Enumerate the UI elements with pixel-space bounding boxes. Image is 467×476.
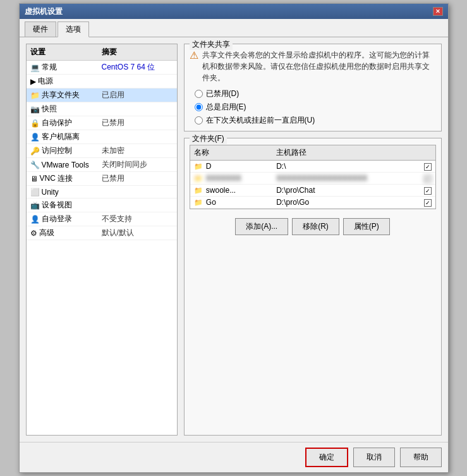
folder-row-go[interactable]: 📁 Go D:\pro\Go ✓ <box>190 197 435 209</box>
access-control-icon: 🔑 <box>30 147 40 156</box>
setting-name-advanced: ⚙ 高级 <box>30 228 102 238</box>
folder-row-blurred[interactable]: 📁 XXXXXXX XXXXXXXXXXXXXXXXXX ✓ <box>190 173 435 185</box>
settings-header: 设置 摘要 <box>27 44 177 61</box>
device-view-icon: 📺 <box>30 201 40 210</box>
close-button[interactable]: ✕ <box>433 7 443 16</box>
folder-check-go[interactable]: ✓ <box>420 197 435 209</box>
folder-check-blurred[interactable]: ✓ <box>420 173 435 185</box>
checkbox-blurred[interactable]: ✓ <box>424 175 432 183</box>
vmware-tools-icon: 🔧 <box>30 161 40 169</box>
setting-name-device-view: 📺 设备视图 <box>30 200 102 211</box>
setting-name-power: ▶ 电源 <box>30 76 102 87</box>
checkbox-d[interactable]: ✓ <box>424 163 432 171</box>
warning-row: ⚠ 共享文件夹会将您的文件显示给虚拟机中的程序。这可能为您的计算机和数据带来风险… <box>190 49 436 83</box>
folder-path-go: D:\pro\Go <box>272 197 420 209</box>
guest-isolation-icon: 👤 <box>30 133 40 142</box>
folder-sharing-group: 文件夹共享 ⚠ 共享文件夹会将您的文件显示给虚拟机中的程序。这可能为您的计算机和… <box>184 44 442 131</box>
setting-row-power[interactable]: ▶ 电源 <box>27 75 177 88</box>
setting-row-snapshot[interactable]: 📷 快照 <box>27 102 177 116</box>
unity-icon: ⬜ <box>30 188 40 197</box>
folders-label: 文件夹(F) <box>190 133 227 144</box>
folder-path-swoole: D:\pro\Chat <box>272 185 420 197</box>
general-icon: 💻 <box>30 63 40 72</box>
setting-row-device-view[interactable]: 📺 设备视图 <box>27 198 177 212</box>
folder-path-d: D:\ <box>272 161 420 173</box>
right-panel: 文件夹共享 ⚠ 共享文件夹会将您的文件显示给虚拟机中的程序。这可能为您的计算机和… <box>184 44 442 436</box>
folder-row-swoole[interactable]: 📁 swoole... D:\pro\Chat ✓ <box>190 185 435 197</box>
tab-options[interactable]: 选项 <box>58 21 89 37</box>
autoprotect-icon: 🔒 <box>30 119 40 128</box>
folder-path-blurred: XXXXXXXXXXXXXXXXXX <box>272 173 420 185</box>
properties-button[interactable]: 属性(P) <box>343 218 390 235</box>
remove-button[interactable]: 移除(R) <box>292 218 339 235</box>
confirm-button[interactable]: 确定 <box>305 448 348 467</box>
folder-check-d[interactable]: ✓ <box>420 161 435 173</box>
setting-row-unity[interactable]: ⬜ Unity <box>27 186 177 198</box>
radio-until-shutdown[interactable]: 在下次关机或挂起前一直启用(U) <box>195 115 436 126</box>
setting-row-vnc[interactable]: 🖥 VNC 连接 已禁用 <box>27 172 177 186</box>
setting-row-advanced[interactable]: ⚙ 高级 默认/默认 <box>27 226 177 240</box>
setting-name-autologin: 👤 自动登录 <box>30 214 102 224</box>
checkbox-swoole[interactable]: ✓ <box>424 187 432 195</box>
radio-disabled-input[interactable] <box>195 90 203 98</box>
warning-icon: ⚠ <box>190 49 198 61</box>
folder-name-swoole: 📁 swoole... <box>190 185 273 197</box>
folder-table: 名称 主机路径 📁 D <box>190 145 435 209</box>
setting-row-autoprotect[interactable]: 🔒 自动保护 已禁用 <box>27 116 177 130</box>
checkbox-go[interactable]: ✓ <box>424 199 432 207</box>
folder-icon-swoole: 📁 <box>194 186 203 194</box>
radio-always-enabled-input[interactable] <box>195 103 203 111</box>
power-icon: ▶ <box>30 77 36 86</box>
setting-name-vnc: 🖥 VNC 连接 <box>30 173 102 184</box>
radio-always-enabled[interactable]: 总是启用(E) <box>195 102 436 113</box>
folder-row-d[interactable]: 📁 D D:\ ✓ <box>190 161 435 173</box>
settings-list: 设置 摘要 💻 常规 CentOS 7 64 位 ▶ 电源 <box>26 44 178 436</box>
main-content: 设置 摘要 💻 常规 CentOS 7 64 位 ▶ 电源 <box>20 37 448 442</box>
setting-row-guest-isolation[interactable]: 👤 客户机隔离 <box>27 130 177 144</box>
folder-path-header: 主机路径 <box>272 145 420 161</box>
setting-name-general: 💻 常规 <box>30 62 102 73</box>
setting-name-guest-isolation: 👤 客户机隔离 <box>30 131 102 142</box>
help-button[interactable]: 帮助 <box>400 448 442 467</box>
folder-icon-d: 📁 <box>194 162 203 170</box>
bottom-bar: 确定 取消 帮助 <box>20 442 448 472</box>
setting-row-access-control[interactable]: 🔑 访问控制 未加密 <box>27 144 177 158</box>
setting-value-access-control: 未加密 <box>102 145 173 156</box>
setting-name-vmware-tools: 🔧 VMware Tools <box>30 161 102 169</box>
settings-col-header: 设置 <box>30 47 102 58</box>
tab-hardware[interactable]: 硬件 <box>25 21 56 37</box>
radio-disabled[interactable]: 已禁用(D) <box>195 88 436 99</box>
folder-sharing-label: 文件夹共享 <box>190 39 233 50</box>
setting-value-advanced: 默认/默认 <box>102 228 173 238</box>
radio-until-shutdown-input[interactable] <box>195 116 203 125</box>
setting-row-general[interactable]: 💻 常规 CentOS 7 64 位 <box>27 61 177 75</box>
setting-name-unity: ⬜ Unity <box>30 188 102 197</box>
snapshot-icon: 📷 <box>30 105 40 114</box>
folder-icon-blurred: 📁 <box>194 174 203 182</box>
folder-check-swoole[interactable]: ✓ <box>420 185 435 197</box>
folder-check-header <box>420 145 435 161</box>
vnc-icon: 🖥 <box>30 174 38 183</box>
setting-value-general: CentOS 7 64 位 <box>102 62 173 73</box>
main-window: 虚拟机设置 ✕ 硬件 选项 设置 摘要 💻 常规 CentOS 7 64 位 <box>19 3 449 473</box>
setting-row-autologin[interactable]: 👤 自动登录 不受支持 <box>27 212 177 226</box>
folder-buttons: 添加(A)... 移除(R) 属性(P) <box>185 214 441 239</box>
cancel-button[interactable]: 取消 <box>353 448 395 467</box>
setting-row-shared-folders[interactable]: 📁 共享文件夹 已启用 <box>27 88 177 102</box>
folders-group: 文件夹(F) 名称 主机路径 <box>184 138 442 436</box>
setting-value-autologin: 不受支持 <box>102 214 173 224</box>
advanced-icon: ⚙ <box>30 229 37 238</box>
window-title: 虚拟机设置 <box>25 6 63 17</box>
add-button[interactable]: 添加(A)... <box>235 218 288 235</box>
setting-row-vmware-tools[interactable]: 🔧 VMware Tools 关闭时间同步 <box>27 158 177 172</box>
setting-value-autoprotect: 已禁用 <box>102 118 173 128</box>
folder-icon-go: 📁 <box>194 198 203 206</box>
folder-name-go: 📁 Go <box>190 197 273 209</box>
setting-value-vnc: 已禁用 <box>102 173 173 184</box>
folder-table-header: 名称 主机路径 <box>190 145 435 161</box>
summary-col-header: 摘要 <box>102 47 173 58</box>
setting-value-vmware-tools: 关闭时间同步 <box>102 159 173 170</box>
radio-group-sharing: 已禁用(D) 总是启用(E) 在下次关机或挂起前一直启用(U) <box>190 88 436 126</box>
autologin-icon: 👤 <box>30 215 40 224</box>
tabs-bar: 硬件 选项 <box>20 19 448 37</box>
